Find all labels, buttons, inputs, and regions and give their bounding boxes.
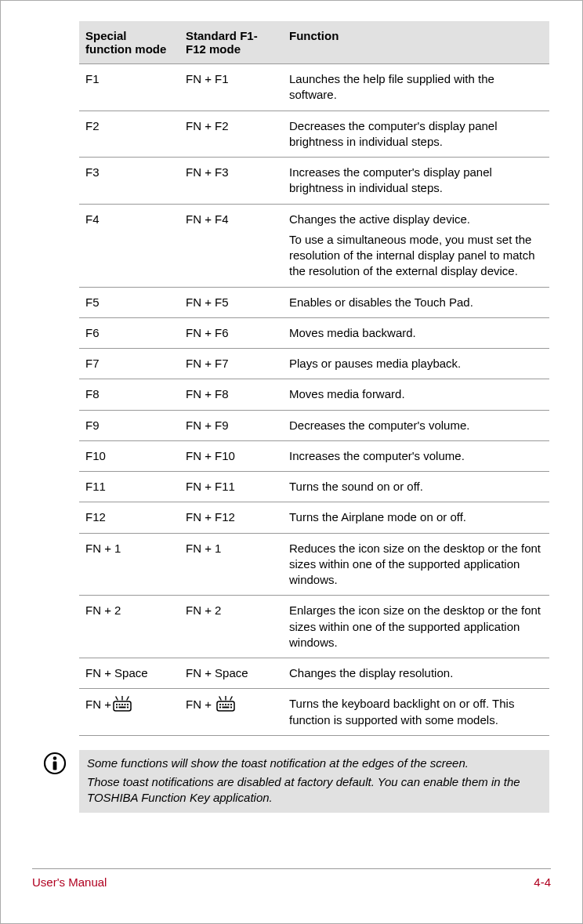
keyboard-backlight-icon [215,696,236,712]
cell-standard-mode: FN + F12 [179,502,283,533]
cell-standard-mode: FN + F10 [179,440,283,471]
cell-standard-mode: FN + F8 [179,379,283,410]
cell-standard-mode: FN + F2 [179,111,283,158]
svg-point-25 [53,756,57,760]
cell-standard-mode: FN + F4 [179,204,283,287]
svg-rect-19 [228,704,230,705]
function-text: Turns the keyboard backlight on or off. … [289,696,545,728]
function-text: Moves media backward. [289,325,545,341]
function-text: Increases the computer's display panel b… [289,165,545,197]
svg-rect-21 [219,707,221,708]
table-row: F9FN + F9Decreases the computer's volume… [79,410,549,440]
table-row: F12FN + F12Turns the Airplane mode on or… [79,502,549,533]
svg-rect-22 [223,707,230,708]
cell-standard-mode: FN + F5 [179,287,283,317]
cell-special-function-mode: FN + [79,689,179,736]
svg-rect-8 [127,704,129,705]
table-row: F7FN + F7Plays or pauses media playback. [79,349,549,379]
page-footer: User's Manual 4-4 [32,868,551,889]
table-row: F11FN + F11Turns the sound on or off. [79,472,549,502]
cell-special-function-mode: F5 [79,287,179,317]
cell-text: FN + [85,698,111,711]
footer-right: 4-4 [534,875,551,889]
table-row: FN +FN + Turns the keyboard backlight on… [79,689,549,736]
svg-rect-10 [118,707,125,708]
svg-rect-26 [53,761,57,770]
table-row: F5FN + F5Enables or disables the Touch P… [79,287,549,317]
cell-standard-mode: FN + F1 [179,64,283,111]
cell-function: Changes the active display device.To use… [283,204,549,287]
cell-special-function-mode: F11 [79,472,179,502]
keyboard-backlight-icon [112,696,132,712]
cell-function: Reduces the icon size on the desktop or … [283,533,549,596]
table-row: FN + 1FN + 1Reduces the icon size on the… [79,533,549,596]
svg-rect-17 [223,704,224,705]
function-text: Moves media forward. [289,386,545,402]
table-row: F1FN + F1Launches the help file supplied… [79,64,549,111]
svg-rect-18 [225,704,226,705]
function-text: Launches the help file supplied with the… [289,71,545,103]
cell-standard-mode: FN + F11 [179,472,283,502]
info-icon [43,750,79,777]
cell-standard-mode: FN + F7 [179,349,283,379]
cell-function: Turns the keyboard backlight on or off. … [283,689,549,736]
table-row: FN + 2FN + 2Enlarges the icon size on th… [79,596,549,658]
table-row: F2FN + F2Decreases the computer's displa… [79,111,549,158]
svg-rect-5 [118,704,120,705]
cell-special-function-mode: F9 [79,410,179,440]
svg-rect-16 [219,704,221,705]
function-key-table: Special function mode Standard F1-F12 mo… [79,21,549,736]
cell-special-function-mode: F4 [79,204,179,287]
cell-special-function-mode: F6 [79,317,179,348]
footer-left: User's Manual [32,875,107,889]
function-text: Changes the display resolution. [289,665,545,681]
function-text: Enlarges the icon size on the desktop or… [289,603,545,650]
cell-standard-mode: FN + [179,689,283,736]
table-header-row: Special function mode Standard F1-F12 mo… [79,21,549,64]
cell-standard-mode: FN + F9 [179,410,283,440]
svg-line-0 [116,697,118,700]
header-function: Function [283,21,549,64]
cell-function: Increases the computer's volume. [283,440,549,471]
cell-standard-mode: FN + F6 [179,317,283,348]
function-text: Turns the Airplane mode on or off. [289,509,545,525]
note-block: Some functions will show the toast notif… [43,750,549,813]
cell-function: Moves media forward. [283,379,549,410]
function-text: Decreases the computer's volume. [289,418,545,433]
cell-function: Plays or pauses media playback. [283,349,549,379]
svg-rect-11 [127,707,129,708]
cell-function: Turns the Airplane mode on or off. [283,502,549,533]
svg-rect-6 [121,704,123,705]
cell-function: Decreases the computer's volume. [283,410,549,440]
table-row: FN + SpaceFN + SpaceChanges the display … [79,658,549,689]
cell-special-function-mode: FN + Space [79,658,179,689]
svg-line-12 [219,697,221,700]
table-row: F4FN + F4Changes the active display devi… [79,204,549,287]
svg-rect-23 [230,707,232,708]
note-line: Some functions will show the toast notif… [87,756,541,771]
function-text: Increases the computer's volume. [289,448,545,464]
function-text: Plays or pauses media playback. [289,356,545,371]
header-special-function-mode: Special function mode [79,21,179,64]
cell-special-function-mode: FN + 1 [79,533,179,596]
cell-special-function-mode: F1 [79,64,179,111]
function-text: Reduces the icon size on the desktop or … [289,541,545,589]
svg-rect-4 [116,704,118,705]
content-area: Special function mode Standard F1-F12 mo… [79,21,549,813]
function-text: To use a simultaneous mode, you must set… [289,232,545,280]
cell-function: Moves media backward. [283,317,549,348]
cell-standard-mode: FN + Space [179,658,283,689]
table-row: F6FN + F6Moves media backward. [79,317,549,348]
svg-line-14 [230,697,232,700]
page: Special function mode Standard F1-F12 mo… [0,0,583,924]
cell-standard-mode: FN + 2 [179,596,283,658]
note-text: Some functions will show the toast notif… [79,750,549,813]
cell-function: Enlarges the icon size on the desktop or… [283,596,549,658]
table-row: F8FN + F8Moves media forward. [79,379,549,410]
svg-line-2 [127,697,129,700]
cell-special-function-mode: FN + 2 [79,596,179,658]
cell-special-function-mode: F10 [79,440,179,471]
cell-special-function-mode: F3 [79,158,179,205]
cell-function: Enables or disables the Touch Pad. [283,287,549,317]
svg-rect-9 [116,707,118,708]
